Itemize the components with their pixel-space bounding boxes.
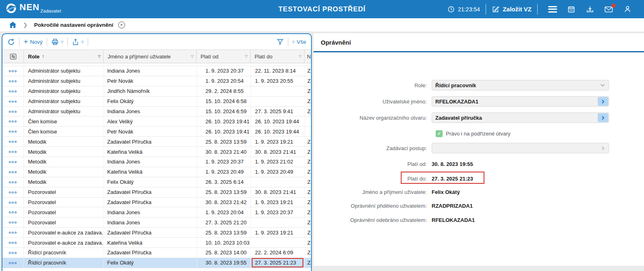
table-row[interactable]: ooo Pozorovatel Indiana Jones 27. 3. 202… [2, 217, 311, 228]
create-vz-button[interactable]: Založit VZ [492, 5, 532, 13]
column-filter-icon[interactable]: ▽ [191, 54, 194, 58]
row-menu-button[interactable]: ooo [2, 66, 24, 76]
new-button[interactable]: + Nový [24, 39, 43, 45]
row-menu-button[interactable]: ooo [2, 107, 24, 116]
table-row[interactable]: ooo Administrátor subjektu Indiana Jones… [2, 107, 311, 117]
user-profile-button[interactable] [618, 5, 637, 13]
role-select[interactable]: Řídící pracovník [432, 80, 609, 90]
row-menu-button[interactable]: ooo [2, 86, 24, 96]
column-filter-icon[interactable]: ▽ [245, 54, 248, 58]
row-menu-button[interactable]: ooo [2, 157, 24, 167]
column-header-valid-to[interactable]: Platí do ▽ [251, 50, 305, 63]
divider [47, 38, 47, 46]
print-button[interactable]: ▽ [51, 38, 63, 46]
column-header-name[interactable]: Jméno a příjmení uživatele ▽ [104, 50, 197, 63]
cell-valid-from: 1. 9. 2023 20:49 [197, 167, 251, 177]
row-menu-button[interactable]: ooo [2, 137, 24, 146]
cell-clipped: Z [305, 167, 311, 177]
refresh-button[interactable] [7, 38, 15, 46]
row-menu-button[interactable]: ooo [2, 187, 24, 197]
table-row[interactable]: ooo Pozorovatel Zadavatel Příručka 25. 8… [2, 187, 311, 198]
table-row[interactable]: ooo Pozorovatel Zadavatel Příručka 30. 8… [2, 198, 311, 208]
column-filter-icon[interactable]: ▽ [299, 54, 302, 58]
table-row[interactable]: ooo Administrátor subjektu Indiana Jones… [2, 66, 311, 76]
row-menu-icon: ooo [9, 150, 17, 154]
row-menu-button[interactable]: ooo [2, 97, 24, 106]
open-lookup-button[interactable] [598, 97, 608, 106]
cell-name: Kateřina Veliká [104, 238, 197, 247]
messages-button[interactable] [599, 6, 618, 13]
cell-name: Indiana Jones [104, 107, 197, 116]
table-row[interactable]: ooo Metodik Felix Okátý 26. 3. 2025 6:14… [2, 177, 311, 187]
table-row[interactable]: ooo Pozorovatel Indiana Jones 1. 9. 2023… [2, 207, 311, 217]
cell-valid-from: 26. 10. 2023 19:41 [197, 116, 251, 126]
calendar-button[interactable] [562, 5, 581, 13]
print-dropdown-icon: ▽ [61, 40, 63, 44]
table-row[interactable]: ooo Administrátor subjektu Petr Novák 1.… [2, 76, 311, 86]
org-unit-lookup-field[interactable]: Zadavatel příručka [432, 112, 609, 123]
column-settings-icon [9, 53, 17, 60]
row-menu-icon: ooo [9, 251, 17, 255]
cell-clipped: Z [305, 76, 311, 86]
table-row[interactable]: ooo Člen komise Petr Novák 26. 10. 2023 … [2, 127, 311, 137]
export-button[interactable]: ▽ [72, 38, 84, 46]
cell-valid-to: 1. 9. 2023 19:21 [251, 137, 305, 146]
row-menu-button[interactable]: ooo [2, 258, 24, 268]
close-tab-button[interactable]: ✕ [118, 22, 125, 28]
table-row[interactable]: ooo Administrátor subjektu Jindřich Námo… [2, 86, 311, 97]
row-menu-button[interactable]: ooo [2, 76, 24, 86]
row-menu-button[interactable]: ooo [2, 207, 24, 217]
row-menu-icon: ooo [9, 69, 17, 73]
table-row[interactable]: ooo Metodik Kateřina Veliká 1. 9. 2023 2… [2, 167, 311, 177]
cell-name: Felix Okátý [104, 177, 197, 187]
row-menu-button[interactable]: ooo [2, 228, 24, 237]
table-row[interactable]: ooo Metodik Indiana Jones 1. 9. 2023 20:… [2, 157, 311, 167]
username-lookup-field[interactable]: RFELOKAZADA1 [432, 96, 609, 107]
row-menu-button[interactable]: ooo [2, 167, 24, 177]
row-menu-button[interactable]: ooo [2, 177, 24, 187]
valid-to-label: Platí do: [313, 176, 432, 182]
main-menu-button[interactable] [543, 4, 562, 14]
row-menu-button[interactable]: ooo [2, 147, 24, 157]
valid-to-value: 27. 3. 2025 21:23 [432, 176, 473, 182]
column-filter-icon[interactable]: ▽ [98, 54, 101, 58]
table-row[interactable]: ooo Pozorovatel e-aukce za zadava... Kat… [2, 238, 311, 248]
app-logo[interactable]: NENZadavatel [6, 2, 61, 16]
cell-name: Kateřina Veliká [104, 147, 197, 157]
row-menu-button[interactable]: ooo [2, 198, 24, 207]
row-menu-button[interactable]: ooo [2, 238, 24, 247]
divider [19, 38, 19, 46]
role-label: Role: [313, 82, 432, 88]
cell-role: Řídící pracovník [24, 258, 104, 268]
column-header-clipped: N [305, 50, 311, 63]
notification-dot [612, 4, 616, 8]
divider [537, 4, 538, 15]
table-row[interactable]: ooo Metodik Kateřina Veliká 30. 8. 2023 … [2, 147, 311, 157]
row-menu-button[interactable]: ooo [2, 127, 24, 136]
downloads-button[interactable] [581, 5, 599, 13]
cell-name: Felix Okátý [104, 97, 197, 106]
table-row[interactable]: ooo Člen komise Alex Veliký 26. 10. 2023… [2, 116, 311, 127]
column-header-valid-from[interactable]: Platí od ▽ [197, 50, 251, 63]
filter-all-button[interactable]: ▽ Vše [292, 39, 306, 45]
table-row[interactable]: ooo Řídící pracovník Zadavatel Příručka … [2, 248, 311, 258]
cell-valid-from: 15. 10. 2024 6:59 [197, 107, 251, 116]
topbar-actions: 21:23:54 Založit VZ [447, 4, 644, 15]
suborg-checkbox[interactable]: ✓ [436, 130, 443, 137]
column-settings-button[interactable] [2, 50, 24, 63]
table-row[interactable]: ooo Metodik Zadavatel Příručka 25. 8. 20… [2, 137, 311, 147]
row-menu-button[interactable]: ooo [2, 116, 24, 126]
table-row[interactable]: ooo Pozorovatel e-aukce za zadava... Zad… [2, 228, 311, 238]
cell-valid-to: 26. 10. 2023 19:44 [251, 127, 305, 136]
home-button[interactable] [9, 22, 17, 28]
row-menu-button[interactable]: ooo [2, 217, 24, 227]
column-header-role[interactable]: Role ↑ ▽ [24, 50, 104, 63]
table-row[interactable]: ooo Administrátor subjektu Felix Okátý 1… [2, 97, 311, 107]
row-menu-icon: ooo [9, 99, 17, 103]
printer-icon [51, 38, 59, 46]
procedure-lookup-field[interactable] [432, 143, 609, 153]
open-lookup-button[interactable] [598, 113, 608, 122]
table-row[interactable]: ooo Řídící pracovník Felix Okátý 30. 8. … [2, 258, 311, 268]
filter-button[interactable] [277, 38, 284, 45]
row-menu-button[interactable]: ooo [2, 248, 24, 258]
